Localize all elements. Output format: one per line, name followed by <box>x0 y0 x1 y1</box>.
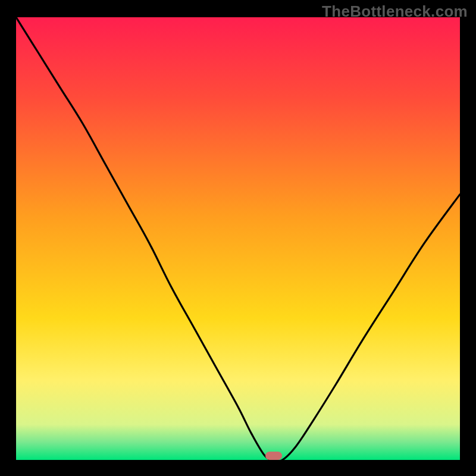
bottleneck-plot <box>16 17 460 460</box>
chart-frame: TheBottleneck.com <box>0 0 476 476</box>
optimal-marker <box>265 452 282 460</box>
gradient-background <box>16 17 460 460</box>
